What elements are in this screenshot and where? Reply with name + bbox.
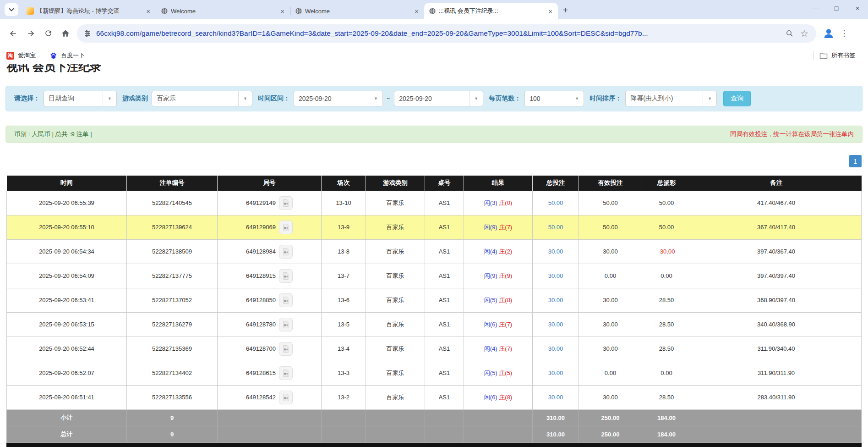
address-bar[interactable]: 66cxkj98.com/game/betrecord_search/kind3… — [77, 24, 816, 43]
chevron-down-icon[interactable]: ▼ — [238, 91, 252, 106]
result-player: 闲(9) — [484, 224, 497, 231]
maximize-button[interactable]: □ — [826, 5, 847, 12]
bookmark-baidu[interactable]: 百度一下 — [49, 51, 85, 60]
total-label: 总计 — [7, 426, 127, 442]
round-id-text: 649128984 — [246, 248, 276, 255]
total-bet-link[interactable]: 30.00 — [548, 345, 563, 352]
chevron-down-icon[interactable]: ▼ — [570, 91, 584, 106]
pagination-page-1[interactable]: 1 — [849, 155, 862, 167]
video-file-icon — [282, 320, 290, 329]
reload-button[interactable] — [39, 25, 57, 42]
site-settings-icon[interactable] — [83, 29, 92, 38]
per-page-select[interactable]: 100 ▼ — [524, 91, 584, 106]
cell-table: AS1 — [425, 385, 464, 409]
chevron-down-icon[interactable]: ▼ — [369, 91, 382, 106]
url-text[interactable]: 66cxkj98.com/game/betrecord_search/kind3… — [96, 29, 782, 38]
tab-bet-records[interactable]: :::视讯 会员下注纪录::: × — [424, 3, 558, 19]
cell-time: 2025-09-20 06:53:15 — [7, 312, 127, 337]
tab-close-icon[interactable]: × — [412, 6, 421, 16]
cell-game: 百家乐 — [366, 312, 425, 337]
tab-forum[interactable]: 【新提醒】海燕论坛 - 博学交流 × — [22, 3, 156, 19]
bookmark-star-button[interactable]: ☆ — [797, 26, 812, 41]
video-file-icon — [282, 223, 290, 232]
result-banker: 庄(2) — [499, 248, 512, 255]
total-bet-link[interactable]: 30.00 — [548, 248, 563, 255]
video-replay-button[interactable] — [279, 221, 293, 234]
cell-payout: 50.00 — [642, 215, 691, 239]
all-bookmarks-label: 所有书签 — [831, 51, 855, 60]
bookmark-taobao[interactable]: 淘 爱淘宝 — [6, 51, 36, 60]
profile-avatar[interactable] — [821, 26, 836, 41]
chevron-down-icon[interactable]: ▼ — [469, 91, 483, 106]
total-bet-link[interactable]: 30.00 — [548, 394, 563, 401]
globe-icon — [161, 7, 168, 15]
forward-icon — [26, 29, 35, 38]
new-tab-button[interactable]: + — [558, 5, 573, 19]
browser-menu-button[interactable]: ⋮ — [840, 28, 847, 39]
table-row: 2025-09-20 06:54:09 522827137775 6491289… — [7, 264, 862, 288]
total-bet-link[interactable]: 50.00 — [548, 199, 563, 206]
forward-button[interactable] — [22, 25, 39, 42]
total-bet-link[interactable]: 30.00 — [548, 370, 563, 376]
sort-label: 时间排序： — [590, 94, 622, 103]
tab-close-icon[interactable]: × — [278, 6, 287, 16]
cell-result: 闲(9) 庄(9) — [464, 264, 533, 288]
result-player: 闲(4) — [484, 248, 497, 255]
game-kind-select[interactable]: 百家乐 ▼ — [152, 91, 252, 106]
video-replay-button[interactable] — [279, 366, 293, 380]
chevron-down-icon[interactable]: ▼ — [703, 91, 716, 106]
date-start-select[interactable]: 2025-09-20 ▼ — [294, 91, 383, 106]
subtotal-count: 9 — [127, 409, 218, 426]
video-replay-button[interactable] — [279, 342, 293, 356]
currency-summary: 币别 : 人民币 | 总共 :9 注单 | — [14, 130, 92, 138]
cell-note: 397.40/367.40 — [691, 239, 862, 264]
page-content: 视讯 会员下注纪录 请选择： 日期查询 ▼ 游戏类别 百家乐 ▼ 时间区间： 2… — [0, 64, 868, 447]
cell-table: AS1 — [425, 239, 464, 264]
minimize-button[interactable]: — — [805, 5, 826, 12]
video-replay-button[interactable] — [279, 196, 293, 210]
tab-close-icon[interactable]: × — [143, 6, 153, 16]
cell-total-bet: 30.00 — [533, 337, 579, 361]
zoom-page-button[interactable] — [782, 26, 797, 41]
video-replay-button[interactable] — [279, 391, 293, 404]
video-replay-button[interactable] — [279, 245, 293, 259]
video-replay-button[interactable] — [279, 269, 293, 283]
col-session: 场次 — [322, 176, 366, 191]
tab-strip: 【新提醒】海燕论坛 - 博学交流 × Welcome × Welcome × :… — [0, 0, 868, 19]
video-replay-button[interactable] — [279, 293, 293, 307]
video-file-icon — [282, 199, 290, 207]
bookmarks-right: 所有书签 — [813, 51, 863, 60]
video-replay-button[interactable] — [279, 318, 293, 331]
home-button[interactable] — [57, 25, 74, 42]
cell-valid-bet: 30.00 — [579, 288, 642, 312]
date-end-select[interactable]: 2025-09-20 ▼ — [394, 91, 483, 106]
total-bet-link[interactable]: 30.00 — [548, 272, 563, 279]
all-bookmarks-button[interactable]: 所有书签 — [819, 51, 863, 60]
mode-select[interactable]: 日期查询 ▼ — [44, 91, 117, 106]
cell-note: 367.40/417.40 — [691, 215, 862, 239]
tab-welcome-2[interactable]: Welcome × — [290, 3, 424, 19]
subtotal-payout: 184.00 — [642, 409, 691, 426]
col-time: 时间 — [7, 176, 127, 191]
cell-bet-id: 522827136279 — [127, 312, 218, 337]
cell-round-id: 649129149 — [218, 191, 322, 215]
tab-close-icon[interactable]: × — [546, 6, 555, 16]
page-title: 视讯 会员下注纪录 — [6, 64, 101, 74]
back-button[interactable] — [5, 25, 22, 42]
cell-bet-id: 522827137775 — [127, 264, 218, 288]
chevron-down-icon[interactable]: ▼ — [103, 91, 116, 106]
cell-total-bet: 30.00 — [533, 385, 579, 409]
total-bet-link[interactable]: 50.00 — [548, 224, 563, 231]
total-bet-link[interactable]: 30.00 — [548, 321, 563, 328]
result-banker: 庄(9) — [499, 272, 512, 279]
tab-search-button[interactable] — [5, 3, 18, 16]
total-bet-link[interactable]: 30.00 — [548, 297, 563, 304]
sort-select[interactable]: 降幂(由大到小) ▼ — [625, 91, 717, 106]
cell-note: 340.40/368.90 — [691, 312, 862, 337]
tab-welcome-1[interactable]: Welcome × — [156, 3, 290, 19]
cell-round-id: 649128850 — [218, 288, 322, 312]
cell-time: 2025-09-20 06:51:41 — [7, 385, 127, 409]
window-close-button[interactable]: × — [847, 5, 868, 12]
search-button[interactable]: 查询 — [723, 91, 751, 106]
video-file-icon — [282, 296, 290, 304]
